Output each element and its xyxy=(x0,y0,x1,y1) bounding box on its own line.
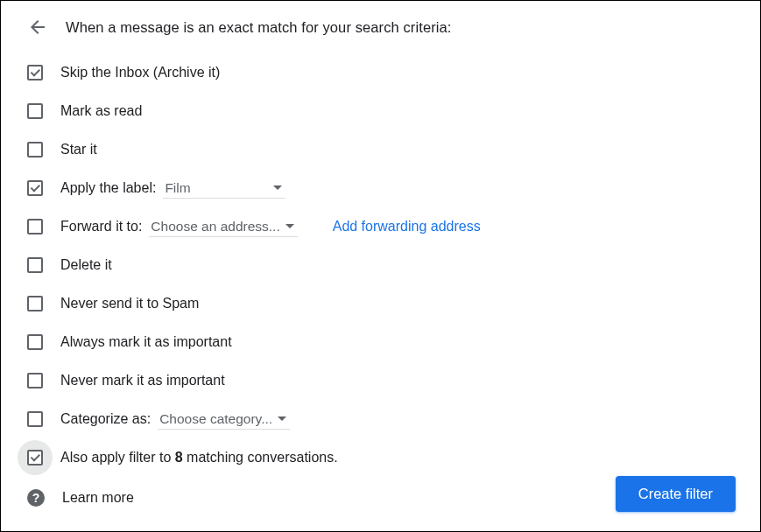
select-apply-label-value: Film xyxy=(165,180,190,196)
create-filter-button[interactable]: Create filter xyxy=(616,476,736,512)
label-apply-label: Apply the label: xyxy=(60,180,156,196)
select-forward-address[interactable]: Choose an address... xyxy=(149,217,297,237)
option-mark-read: Mark as read xyxy=(27,92,741,130)
checkbox-categorize[interactable] xyxy=(27,411,43,427)
select-categorize-value: Choose category... xyxy=(159,411,272,427)
link-add-forwarding-address[interactable]: Add forwarding address xyxy=(333,219,481,234)
checkbox-skip-inbox[interactable] xyxy=(27,65,43,80)
option-apply-label: Apply the label: Film xyxy=(27,169,741,207)
select-forward-value: Choose an address... xyxy=(151,219,279,234)
label-never-spam: Never send it to Spam xyxy=(60,296,199,312)
label-delete-it: Delete it xyxy=(60,257,112,273)
checkbox-also-apply[interactable] xyxy=(27,450,43,466)
chevron-down-icon xyxy=(285,224,294,228)
checkbox-always-important[interactable] xyxy=(27,334,43,350)
page-title: When a message is an exact match for you… xyxy=(66,19,451,36)
option-star-it: Star it xyxy=(27,130,741,169)
help-icon[interactable]: ? xyxy=(27,489,45,507)
checkbox-forward[interactable] xyxy=(27,219,43,234)
option-never-spam: Never send it to Spam xyxy=(27,284,741,323)
checkbox-delete-it[interactable] xyxy=(27,257,43,273)
chevron-down-icon xyxy=(278,416,286,421)
link-learn-more[interactable]: Learn more xyxy=(62,490,134,506)
option-always-important: Always mark it as important xyxy=(27,323,741,361)
chevron-down-icon xyxy=(273,186,282,190)
label-star-it: Star it xyxy=(60,142,97,158)
label-skip-inbox: Skip the Inbox (Archive it) xyxy=(60,65,220,80)
option-forward: Forward it to: Choose an address... Add … xyxy=(27,207,741,246)
option-skip-inbox: Skip the Inbox (Archive it) xyxy=(27,53,741,92)
select-apply-label[interactable]: Film xyxy=(163,178,285,199)
back-arrow-icon[interactable] xyxy=(27,17,48,38)
option-categorize: Categorize as: Choose category... xyxy=(27,400,741,438)
label-categorize: Categorize as: xyxy=(60,411,151,427)
label-never-important: Never mark it as important xyxy=(60,373,225,388)
checkbox-ripple xyxy=(18,440,53,475)
option-never-important: Never mark it as important xyxy=(27,361,741,400)
checkbox-never-spam[interactable] xyxy=(27,296,43,312)
checkbox-star-it[interactable] xyxy=(27,142,43,158)
label-always-important: Always mark it as important xyxy=(60,334,232,350)
checkbox-apply-label[interactable] xyxy=(27,180,43,196)
select-categorize[interactable]: Choose category... xyxy=(158,410,290,430)
label-also-apply: Also apply filter to 8 matching conversa… xyxy=(60,450,338,466)
label-forward: Forward it to: xyxy=(60,219,142,234)
option-also-apply: Also apply filter to 8 matching conversa… xyxy=(27,438,741,477)
label-mark-read: Mark as read xyxy=(60,103,142,119)
checkbox-mark-read[interactable] xyxy=(27,103,43,119)
checkbox-never-important[interactable] xyxy=(27,373,43,388)
filter-options-list: Skip the Inbox (Archive it) Mark as read… xyxy=(1,53,760,477)
option-delete-it: Delete it xyxy=(27,246,741,284)
